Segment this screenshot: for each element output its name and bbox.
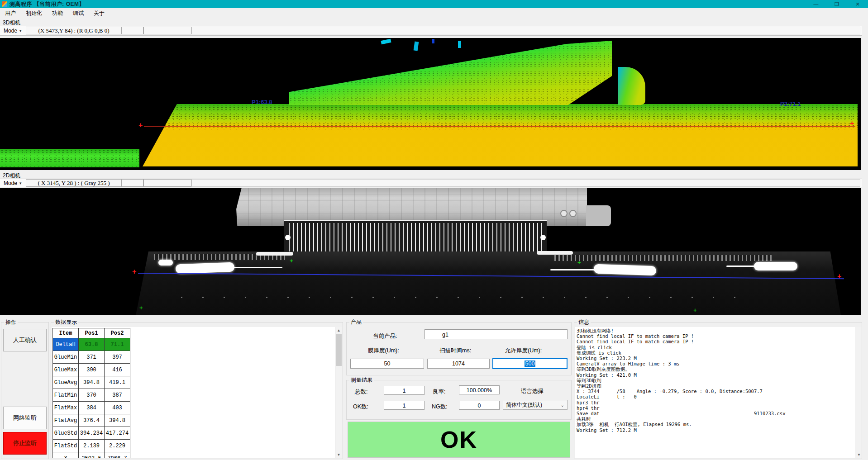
heightmap-body xyxy=(143,104,858,166)
table-row-deltah[interactable]: DeltaH 63.8 71.1 xyxy=(53,338,130,351)
reflection-streak xyxy=(256,252,293,256)
glue-tail xyxy=(232,267,282,268)
camera2d-pixel-readout: ( X 3145, Y 28 ) : ( Gray 255 ) xyxy=(26,179,122,187)
log-line: X : 3744 /58 Angle : -0.279, Score : 0.0… xyxy=(577,389,855,394)
log-line: 等到3D取到灰度图数据。 xyxy=(577,366,855,372)
heightmap-left-strip xyxy=(0,149,139,167)
camera3d-view[interactable]: P1:63.8 P2:71.1 + + xyxy=(0,38,861,170)
data-display-group: 数据显示 Item Pos1 Pos2 DeltaH 63.8 71.1 xyxy=(51,322,343,459)
table-row[interactable]: FlatMax 384 403 xyxy=(53,402,130,414)
camera2d-view[interactable]: + + + + + + xyxy=(0,188,861,315)
table-row[interactable]: GlueStd 394.234 417.274 xyxy=(53,427,130,440)
log-output[interactable]: 3D相机没有网络!Cannot find local IF to match c… xyxy=(575,327,855,458)
menu-user[interactable]: 用户 xyxy=(0,9,21,18)
results-group: 测量结果 总数: 1 良率: 100.000% 语言选择 OK数: 1 NG数:… xyxy=(346,380,572,420)
measurement-line-3d xyxy=(144,126,855,127)
ng-count-field[interactable]: 0 xyxy=(459,401,500,410)
chevron-down-icon: ⌄ xyxy=(561,403,564,408)
crosshair-marker: + xyxy=(850,121,854,126)
log-line: 集成调试 is click xyxy=(577,350,855,356)
log-line: hpr4 thr xyxy=(577,405,855,411)
yield-field[interactable]: 100.000% xyxy=(459,385,500,394)
log-line: CameralV array to HImage time : 3 ms xyxy=(577,361,855,366)
allowed-thickness-field[interactable]: 500 xyxy=(492,358,568,369)
connector-pins xyxy=(284,220,547,256)
language-select-label: 语言选择 xyxy=(521,388,544,395)
heightmap-speck xyxy=(381,39,391,44)
scroll-up-icon[interactable]: ▲ xyxy=(335,327,342,334)
crosshair-marker-green: + xyxy=(693,308,697,313)
log-line: 共耗时 xyxy=(577,416,855,422)
ok-count-field[interactable]: 1 xyxy=(384,401,424,410)
table-header-row: Item Pos1 Pos2 xyxy=(53,328,130,338)
table-row[interactable]: FlatAvg 376.4 394.8 xyxy=(53,414,130,427)
heightmap-fpc-cable xyxy=(289,41,612,105)
current-product-label: 当前产品: xyxy=(373,332,397,340)
column-header: Pos1 xyxy=(79,328,105,338)
total-field[interactable]: 1 xyxy=(384,386,424,395)
camera3d-mode-button[interactable]: Mode ▾ xyxy=(1,27,24,35)
log-line: Save dat 9110233.csv xyxy=(577,411,855,416)
crosshair-marker: + xyxy=(837,274,841,279)
glue-blob xyxy=(754,262,797,270)
device-base xyxy=(136,251,841,315)
operation-group-label: 操作 xyxy=(4,318,18,326)
stop-listen-button[interactable]: 停止监听 xyxy=(3,432,47,455)
current-product-field[interactable]: g1 xyxy=(424,329,568,339)
film-thickness-field[interactable]: 50 xyxy=(350,359,424,369)
toolbar-segment xyxy=(191,179,860,187)
selected-text: 500 xyxy=(525,360,536,367)
menu-function[interactable]: 功能 xyxy=(47,9,68,18)
product-group: 产品 当前产品: g1 膜厚度(Um): 扫描时间ms: 允许厚度(Um): 5… xyxy=(346,322,572,375)
table-scrollbar[interactable]: ▲ ▼ xyxy=(335,327,342,458)
scroll-down-icon[interactable]: ▼ xyxy=(335,451,342,458)
toolbar-segment xyxy=(143,27,191,34)
log-scrollbar[interactable]: ▼ xyxy=(856,327,862,458)
glue-blob xyxy=(158,260,173,266)
total-label: 总数: xyxy=(355,388,367,396)
allowed-thickness-label: 允许厚度(Um): xyxy=(505,347,542,355)
table-row[interactable]: GlueMin 371 397 xyxy=(53,351,130,364)
table-row[interactable]: X 2503.5 7966.7 xyxy=(53,452,130,459)
camera2d-mode-button[interactable]: Mode ▾ xyxy=(1,179,24,187)
pcb-hole xyxy=(569,210,577,217)
app-icon xyxy=(2,1,7,7)
ng-count-label: NG数: xyxy=(432,403,448,411)
manual-confirm-button[interactable]: 人工确认 xyxy=(3,329,47,351)
ok-count-label: OK数: xyxy=(353,403,368,411)
film-thickness-label: 膜厚度(Um): xyxy=(368,347,399,355)
dropdown-arrow-icon: ▾ xyxy=(19,28,22,33)
camera2d-toolbar: Mode ▾ ( X 3145, Y 28 ) : ( Gray 255 ) xyxy=(0,178,862,187)
table-row[interactable]: FlatMin 370 387 xyxy=(53,389,130,402)
language-select-dropdown[interactable]: 简体中文(默认) ⌄ xyxy=(503,400,568,410)
scrollbar-thumb[interactable] xyxy=(336,334,342,366)
table-row[interactable]: FlatStd 2.139 2.229 xyxy=(53,440,130,452)
dropdown-arrow-icon: ▾ xyxy=(19,181,22,185)
heightmap-speck xyxy=(414,41,419,51)
toolbar-segment xyxy=(122,179,143,187)
log-line: Working Set : 712.2 M xyxy=(577,427,855,433)
table-row[interactable]: GlueAvg 394.8 419.1 xyxy=(53,376,130,389)
log-line: 3D相机没有网络! xyxy=(577,328,855,333)
log-line: 等到3D取到 xyxy=(577,378,855,383)
toolbar-segment xyxy=(143,179,191,187)
log-line: hpr3 thr xyxy=(577,400,855,405)
menu-debug[interactable]: 调试 xyxy=(68,9,89,18)
menu-about[interactable]: 关于 xyxy=(89,9,110,18)
yield-label: 良率: xyxy=(433,388,445,396)
info-group-label: 信息 xyxy=(577,318,591,326)
scan-time-label: 扫描时间ms: xyxy=(439,347,471,355)
maximize-button[interactable]: ❐ xyxy=(826,0,847,8)
scan-time-field[interactable]: 1074 xyxy=(427,359,490,369)
table-row[interactable]: GlueMax 390 416 xyxy=(53,364,130,376)
close-button[interactable]: ✕ xyxy=(847,0,868,8)
network-listen-button[interactable]: 网络监听 xyxy=(3,407,47,429)
scroll-down-icon[interactable]: ▼ xyxy=(856,451,862,458)
log-line: Cannot find local IF to match camera IP … xyxy=(577,333,855,339)
menu-initialize[interactable]: 初始化 xyxy=(21,9,47,18)
data-table-panel: Item Pos1 Pos2 DeltaH 63.8 71.1 GlueMin … xyxy=(52,327,342,458)
window-title: 测高程序 【当前用户: OEM】 xyxy=(10,0,85,8)
log-line: 登陆 is click xyxy=(577,345,855,350)
column-header: Item xyxy=(53,328,79,338)
minimize-button[interactable]: — xyxy=(806,0,826,8)
